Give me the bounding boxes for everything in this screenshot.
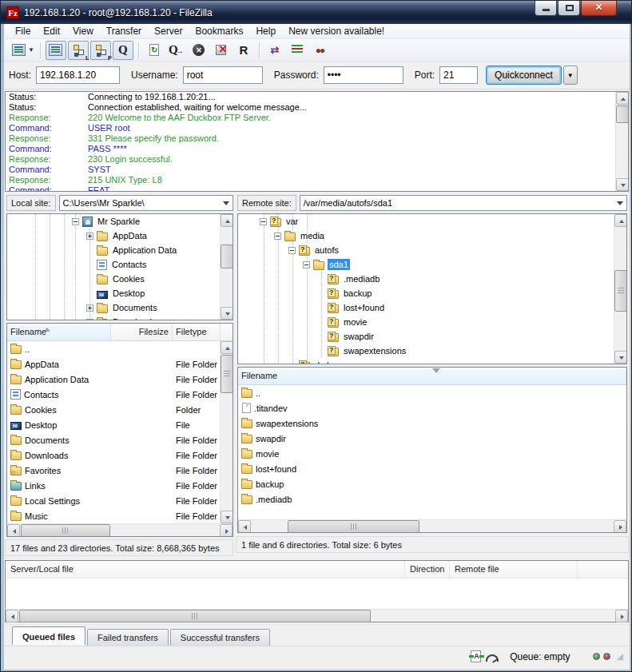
- file-row[interactable]: ContactsFile Folder: [7, 387, 220, 402]
- scroll-down-button[interactable]: [616, 178, 629, 191]
- directory-comparison-button[interactable]: ⇄: [264, 41, 285, 60]
- cancel-button[interactable]: ✕: [189, 41, 209, 60]
- tree-item-documents[interactable]: Documents: [7, 300, 233, 315]
- scrollbar-thumb[interactable]: [614, 270, 627, 312]
- scroll-down-button[interactable]: [221, 307, 233, 320]
- remote-tree[interactable]: var media autofs sda1 .mediadb: [237, 213, 627, 364]
- tree-item-swapextensions[interactable]: swapextensions: [238, 344, 626, 358]
- minimize-button[interactable]: [535, 1, 557, 16]
- collapse-icon[interactable]: [288, 247, 296, 254]
- menu-bookmarks[interactable]: Bookmarks: [189, 25, 249, 38]
- title-bar[interactable]: Fz 192.168.1.20 - root@192.168.1.20 - Fi…: [1, 1, 631, 24]
- tree-item-application-data[interactable]: Application Data: [7, 243, 233, 257]
- scrollbar-thumb[interactable]: [221, 355, 233, 393]
- scrollbar-thumb[interactable]: [616, 105, 629, 123]
- scroll-right-button[interactable]: [220, 524, 233, 537]
- local-tree[interactable]: Mr Sparkle AppData Application Data Cont…: [6, 213, 233, 320]
- tree-item-movie[interactable]: movie: [238, 315, 626, 329]
- chevron-down-icon[interactable]: [617, 201, 623, 209]
- tree-item-cookies[interactable]: Cookies: [7, 272, 233, 286]
- expand-icon[interactable]: [86, 304, 93, 312]
- remote-file-list[interactable]: Filename .. .titandev swapextensions swa…: [237, 367, 627, 533]
- column-header-remote-file[interactable]: Remote file: [450, 561, 578, 578]
- file-row[interactable]: FavoritesFile Folder: [7, 463, 220, 478]
- file-row[interactable]: DesktopFile: [7, 417, 220, 432]
- reconnect-button[interactable]: R: [233, 41, 254, 60]
- scroll-left-button[interactable]: [238, 520, 251, 533]
- tree-item-autofs[interactable]: autofs: [238, 243, 626, 257]
- toggle-queue-button[interactable]: Q: [113, 41, 133, 60]
- column-header-direction[interactable]: Direction: [405, 561, 450, 578]
- menu-new-version[interactable]: New version available!: [282, 25, 391, 38]
- tab-successful-transfers[interactable]: Successful transfers: [170, 629, 270, 646]
- transfer-queue[interactable]: Server/Local file Direction Remote file: [5, 560, 629, 622]
- tab-queued-files[interactable]: Queued files: [12, 626, 85, 645]
- file-row[interactable]: swapdir: [238, 431, 626, 446]
- tree-item-mediadb[interactable]: .mediadb: [238, 272, 626, 286]
- splitter-arrow-icon[interactable]: [432, 368, 440, 377]
- local-tree-vertical-scrollbar[interactable]: [220, 214, 233, 320]
- tree-item-sda1[interactable]: sda1: [238, 257, 626, 272]
- file-row[interactable]: movie: [238, 446, 626, 461]
- close-button[interactable]: ✕: [581, 1, 617, 16]
- resize-grip[interactable]: ◢: [617, 651, 623, 662]
- expand-icon[interactable]: [86, 319, 93, 321]
- column-header-filetype[interactable]: Filetype: [173, 324, 221, 340]
- port-input[interactable]: [439, 66, 478, 84]
- quickconnect-button[interactable]: Quickconnect: [486, 66, 562, 85]
- password-input[interactable]: [324, 66, 403, 84]
- toggle-message-log-button[interactable]: [46, 41, 66, 60]
- tree-item-downloads[interactable]: Downloads: [7, 315, 233, 320]
- file-row[interactable]: Application DataFile Folder: [7, 372, 220, 387]
- file-row[interactable]: CookiesFolder: [7, 402, 220, 417]
- column-header-server-local-file[interactable]: Server/Local file: [6, 561, 405, 578]
- tree-item-desktop[interactable]: Desktop: [7, 286, 233, 300]
- scrollbar-thumb[interactable]: [19, 610, 371, 622]
- file-row[interactable]: DownloadsFile Folder: [7, 447, 220, 463]
- scroll-right-button[interactable]: [615, 610, 628, 622]
- refresh-button[interactable]: [144, 41, 165, 60]
- expand-icon[interactable]: [86, 233, 93, 240]
- scrollbar-thumb[interactable]: [288, 520, 419, 533]
- tree-item-lost-found[interactable]: lost+found: [238, 300, 626, 315]
- process-queue-button[interactable]: Q→: [166, 41, 187, 60]
- file-row[interactable]: LinksFile Folder: [7, 478, 220, 493]
- toggle-local-tree-button[interactable]: L: [68, 41, 89, 60]
- remote-site-combo[interactable]: /var/media/autofs/sda1: [300, 195, 627, 211]
- collapse-icon[interactable]: [303, 261, 310, 268]
- scroll-right-button[interactable]: [614, 520, 626, 533]
- local-file-list[interactable]: Filename Filesize Filetype .. AppDataFil…: [6, 323, 233, 537]
- file-row[interactable]: MusicFile Folder: [7, 508, 220, 523]
- collapse-icon[interactable]: [260, 218, 267, 225]
- tree-item-media[interactable]: media: [238, 229, 626, 243]
- find-files-button[interactable]: ●●: [309, 41, 330, 60]
- local-site-combo[interactable]: C:\Users\Mr Sparkle\: [59, 195, 233, 211]
- tree-item-contacts[interactable]: Contacts: [7, 257, 233, 272]
- site-manager-button[interactable]: ▼: [11, 41, 35, 60]
- local-list-horizontal-scrollbar[interactable]: [7, 523, 233, 536]
- quickconnect-dropdown-button[interactable]: ▼: [563, 66, 578, 85]
- scrollbar-thumb[interactable]: [21, 524, 110, 537]
- file-row[interactable]: .mediadb: [238, 491, 626, 507]
- column-header-filename[interactable]: Filename: [7, 324, 111, 340]
- tree-item-mr-sparkle[interactable]: Mr Sparkle: [7, 214, 233, 229]
- scroll-up-button[interactable]: [221, 341, 233, 354]
- file-row[interactable]: AppDataFile Folder: [7, 356, 220, 372]
- menu-help[interactable]: Help: [249, 25, 282, 38]
- chevron-down-icon[interactable]: [223, 201, 229, 209]
- queue-horizontal-scrollbar[interactable]: [6, 609, 628, 622]
- file-row[interactable]: backup: [238, 476, 626, 491]
- menu-view[interactable]: View: [66, 25, 100, 38]
- tab-failed-transfers[interactable]: Failed transfers: [87, 629, 169, 646]
- chevron-down-icon[interactable]: ▼: [28, 46, 34, 54]
- scroll-down-button[interactable]: [614, 351, 627, 364]
- synchronized-browsing-button[interactable]: [287, 41, 308, 60]
- tree-item-var[interactable]: var: [238, 214, 626, 229]
- username-input[interactable]: [183, 66, 263, 84]
- toggle-remote-tree-button[interactable]: F: [90, 41, 111, 60]
- scroll-up-button[interactable]: [614, 214, 627, 227]
- host-input[interactable]: [36, 66, 120, 84]
- log-vertical-scrollbar[interactable]: [615, 92, 628, 191]
- scroll-up-button[interactable]: [221, 214, 233, 227]
- collapse-icon[interactable]: [274, 233, 281, 240]
